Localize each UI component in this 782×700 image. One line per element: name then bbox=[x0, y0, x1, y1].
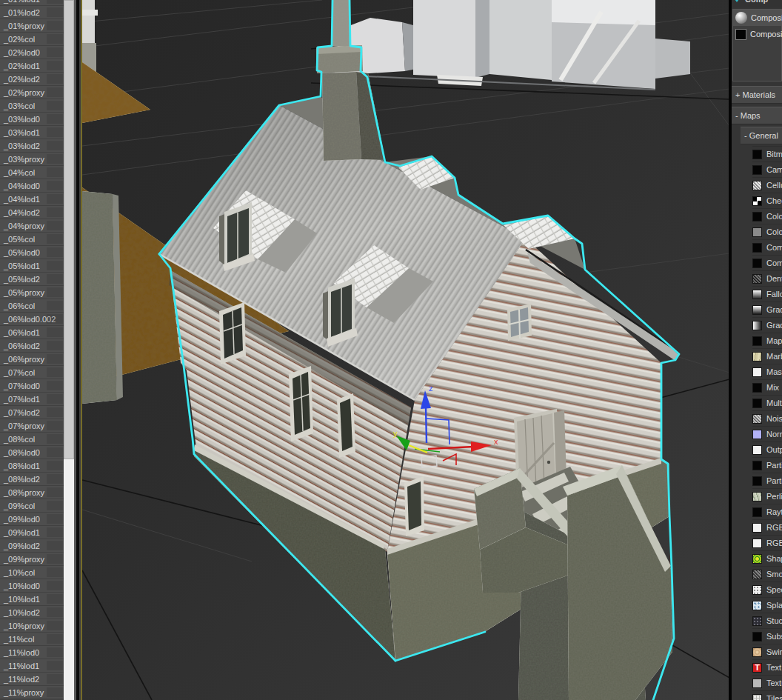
selected-house[interactable] bbox=[159, 0, 679, 700]
list-scrollbar-thumb[interactable] bbox=[64, 0, 74, 459]
map-item[interactable]: RGB Tint bbox=[752, 535, 782, 550]
scene-object-row[interactable]: _01%lod2 bbox=[0, 6, 64, 19]
map-item[interactable]: Mix bbox=[752, 379, 782, 395]
map-item[interactable]: Cellular bbox=[752, 177, 782, 193]
map-item[interactable]: Gradient bbox=[752, 301, 782, 317]
list-scrollbar[interactable] bbox=[64, 0, 74, 700]
map-item[interactable]: Shape Map bbox=[752, 550, 782, 566]
scene-object-row[interactable]: _06%lod2 bbox=[0, 339, 64, 353]
scene-object-row[interactable]: _08%lod1 bbox=[0, 459, 64, 473]
scene-object-row[interactable]: _06%col bbox=[0, 299, 64, 313]
scene-object-row[interactable]: _03%lod2 bbox=[0, 139, 64, 153]
map-item[interactable]: Texture Object Mask bbox=[752, 675, 782, 690]
scene-object-row[interactable]: _11%col bbox=[0, 633, 64, 646]
scene-object-row[interactable]: _11%proxy bbox=[0, 686, 64, 699]
scene-object-row[interactable]: _07%lod1 bbox=[0, 393, 64, 406]
map-item[interactable]: Raytrace bbox=[752, 504, 782, 519]
scene-object-row[interactable]: _09%lod1 bbox=[0, 526, 64, 539]
scene-object-row[interactable]: _07%lod0 bbox=[0, 379, 64, 393]
map-item[interactable]: Falloff bbox=[752, 286, 782, 301]
search-text[interactable]: Comp bbox=[745, 0, 768, 4]
scene-object-row[interactable]: _06%lod0.002 bbox=[0, 313, 64, 326]
gizmo-z-axis[interactable] bbox=[426, 407, 427, 443]
map-item[interactable]: MultiTile bbox=[752, 395, 782, 410]
scene-object-row[interactable]: _01%proxy bbox=[0, 19, 64, 33]
scene-object-row[interactable]: _10%lod0 bbox=[0, 579, 64, 593]
scene-object-row[interactable]: _05%col bbox=[0, 233, 64, 246]
browser-search-row[interactable]: Comp bbox=[732, 0, 782, 7]
scene-object-row[interactable]: _05%lod0 bbox=[0, 246, 64, 259]
map-item[interactable]: Checker bbox=[752, 193, 782, 208]
map-item[interactable]: Composite bbox=[752, 255, 782, 270]
scene-object-row[interactable]: _07%lod2 bbox=[0, 406, 64, 419]
scene-object-row[interactable]: _05%proxy bbox=[0, 286, 64, 299]
map-item[interactable]: Dent bbox=[752, 270, 782, 286]
scene-object-row[interactable]: _08%lod2 bbox=[0, 473, 64, 486]
result-row-material[interactable]: Composite bbox=[733, 10, 781, 26]
scene-object-row[interactable]: _02%lod0 bbox=[0, 46, 64, 59]
scene-object-row[interactable]: _09%proxy bbox=[0, 553, 64, 566]
scene-object-row[interactable]: _09%lod2 bbox=[0, 539, 64, 553]
scene-object-row[interactable]: _11%lod2 bbox=[0, 673, 64, 686]
scene-object-row[interactable]: _02%col bbox=[0, 33, 64, 46]
scene-object-row[interactable]: _02%lod2 bbox=[0, 73, 64, 86]
scene-object-row[interactable]: _07%proxy bbox=[0, 419, 64, 433]
scene-object-row[interactable]: _10%proxy bbox=[0, 619, 64, 633]
map-item[interactable]: Perlin Marble bbox=[752, 488, 782, 504]
scene-object-row[interactable]: _01%lod1 bbox=[0, 0, 64, 6]
scene-object-row[interactable]: _03%lod0 bbox=[0, 113, 64, 126]
scene-object-row[interactable]: _02%lod1 bbox=[0, 59, 64, 73]
scene-object-row[interactable]: _03%lod1 bbox=[0, 126, 64, 139]
map-item[interactable]: Output bbox=[752, 441, 782, 457]
section-materials[interactable]: + Materials bbox=[732, 86, 782, 104]
map-item[interactable]: Marble bbox=[752, 348, 782, 364]
map-item[interactable]: Color Correction bbox=[752, 208, 782, 224]
section-maps[interactable]: - Maps bbox=[732, 107, 782, 124]
map-item[interactable]: Particle MBlur bbox=[752, 473, 782, 488]
map-item[interactable]: Substance bbox=[752, 628, 782, 644]
scene-object-row[interactable]: _04%proxy bbox=[0, 219, 64, 233]
map-item[interactable]: Tiles bbox=[752, 690, 782, 700]
map-item[interactable]: Smoke bbox=[752, 566, 782, 581]
section-general[interactable]: - General bbox=[741, 127, 782, 144]
chevron-down-icon[interactable] bbox=[733, 0, 741, 2]
map-item[interactable]: Mask bbox=[752, 364, 782, 379]
map-item[interactable]: Particle Age bbox=[752, 457, 782, 473]
map-item[interactable]: Swirl bbox=[752, 644, 782, 659]
scene-object-row[interactable]: _08%lod0 bbox=[0, 446, 64, 459]
scene-object-row[interactable]: _05%lod1 bbox=[0, 259, 64, 273]
scene-object-row[interactable]: _10%lod2 bbox=[0, 606, 64, 619]
scene-object-row[interactable]: _04%col bbox=[0, 166, 64, 179]
map-item[interactable]: Map Output Selector bbox=[752, 333, 782, 348]
scene-object-row[interactable]: _02%proxy bbox=[0, 86, 64, 99]
scene-object-row[interactable]: _08%proxy bbox=[0, 486, 64, 499]
viewport-canvas[interactable]: z x y bbox=[82, 0, 729, 700]
map-item[interactable]: Noise bbox=[752, 410, 782, 426]
scene-object-row[interactable]: _10%lod1 bbox=[0, 593, 64, 606]
map-item[interactable]: Bitmap bbox=[752, 146, 782, 161]
scene-object-row[interactable]: _06%lod1 bbox=[0, 326, 64, 339]
scene-object-row[interactable]: _05%lod2 bbox=[0, 273, 64, 286]
scene-object-row[interactable]: _09%col bbox=[0, 499, 64, 513]
result-row-map[interactable]: Composite bbox=[733, 26, 781, 42]
map-item[interactable]: Camera Map Per Pixel bbox=[752, 161, 782, 177]
scene-object-row[interactable]: _04%lod1 bbox=[0, 193, 64, 206]
map-item[interactable]: RGB Multiply bbox=[752, 519, 782, 535]
background-building[interactable] bbox=[335, 0, 690, 90]
scene-object-row[interactable]: _03%col bbox=[0, 99, 64, 113]
scene-object-row[interactable]: _10%col bbox=[0, 566, 64, 579]
map-item[interactable]: Speckle bbox=[752, 581, 782, 597]
map-item[interactable]: Color Map bbox=[752, 224, 782, 239]
viewport-3d[interactable]: z x y bbox=[82, 0, 729, 700]
map-item[interactable]: Splat bbox=[752, 597, 782, 613]
scene-object-row[interactable]: _03%proxy bbox=[0, 153, 64, 166]
scene-object-row[interactable]: _08%col bbox=[0, 433, 64, 446]
map-item[interactable]: Gradient Ramp bbox=[752, 317, 782, 333]
scene-object-row[interactable]: _04%lod0 bbox=[0, 179, 64, 193]
map-item[interactable]: Combustion bbox=[752, 239, 782, 255]
map-item[interactable]: Text Map bbox=[752, 659, 782, 675]
scene-object-row[interactable]: _11%lod0 bbox=[0, 646, 64, 659]
scene-object-row[interactable]: _06%proxy bbox=[0, 353, 64, 366]
scene-object-row[interactable]: _04%lod2 bbox=[0, 206, 64, 219]
scene-object-row[interactable]: _09%lod0 bbox=[0, 513, 64, 526]
